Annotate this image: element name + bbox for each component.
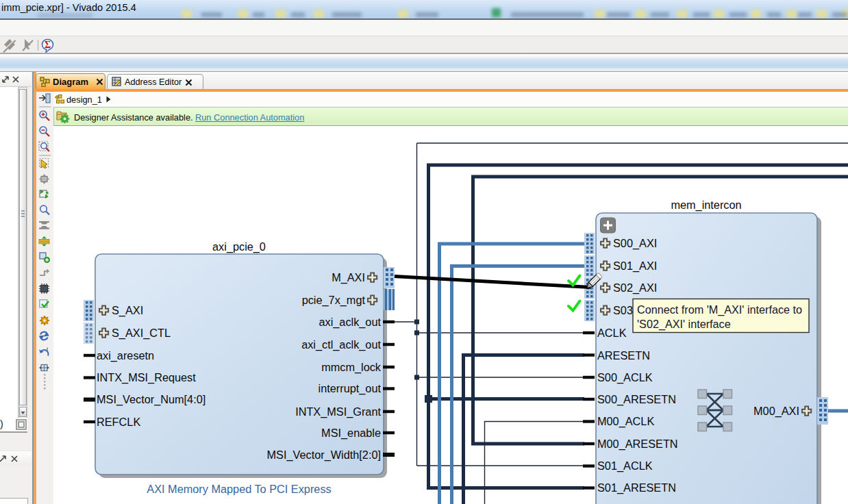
svg-text:S_AXI: S_AXI xyxy=(112,304,143,317)
svg-text:M_AXI: M_AXI xyxy=(332,271,365,284)
svg-text:interrupt_out: interrupt_out xyxy=(319,382,382,395)
svg-text:ACLK: ACLK xyxy=(597,327,627,339)
svg-text:Connect from 'M_AXI' interface: Connect from 'M_AXI' interface to xyxy=(637,303,802,316)
svg-text:MSI_Vector_Num[4:0]: MSI_Vector_Num[4:0] xyxy=(97,393,205,406)
svg-text:AXI Memory Mapped To PCI Expre: AXI Memory Mapped To PCI Express xyxy=(147,483,331,495)
svg-text:S00_AXI: S00_AXI xyxy=(613,237,657,250)
svg-text:Σ: Σ xyxy=(45,40,51,50)
svg-text:axi_aclk_out: axi_aclk_out xyxy=(319,316,381,329)
svg-text:M00_ARESETN: M00_ARESETN xyxy=(597,438,678,451)
svg-text:axi_aresetn: axi_aresetn xyxy=(97,349,154,362)
svg-text:INTX_MSI_Grant: INTX_MSI_Grant xyxy=(295,405,381,418)
svg-text:M00_ACLK: M00_ACLK xyxy=(597,415,654,428)
svg-text:ARESETN: ARESETN xyxy=(597,349,650,362)
svg-text:axi_ctl_aclk_out: axi_ctl_aclk_out xyxy=(301,338,381,351)
svg-text:'S02_AXI' interface: 'S02_AXI' interface xyxy=(637,318,731,331)
svg-text:axi_pcie_0: axi_pcie_0 xyxy=(212,240,266,253)
svg-text:pcie_7x_mgt: pcie_7x_mgt xyxy=(302,294,366,307)
svg-text:S01_ARESETN: S01_ARESETN xyxy=(597,481,676,494)
svg-text:REFCLK: REFCLK xyxy=(97,416,140,428)
svg-text:S01_AXI: S01_AXI xyxy=(613,260,657,273)
svg-text:MSI_enable: MSI_enable xyxy=(321,427,381,440)
svg-text:S00_ACLK: S00_ACLK xyxy=(597,371,653,384)
svg-text:MSI_Vector_Width[2:0]: MSI_Vector_Width[2:0] xyxy=(266,449,381,462)
svg-text:mmcm_lock: mmcm_lock xyxy=(321,361,382,374)
svg-text:S_AXI_CTL: S_AXI_CTL xyxy=(112,327,171,340)
svg-text:S00_ARESETN: S00_ARESETN xyxy=(597,393,676,406)
svg-text:M00_AXI: M00_AXI xyxy=(753,405,799,418)
svg-text:S01_ACLK: S01_ACLK xyxy=(597,459,653,473)
svg-text:mem_intercon: mem_intercon xyxy=(671,199,741,212)
svg-text:S02_AXI: S02_AXI xyxy=(613,281,657,294)
svg-text:INTX_MSI_Request: INTX_MSI_Request xyxy=(97,371,196,384)
